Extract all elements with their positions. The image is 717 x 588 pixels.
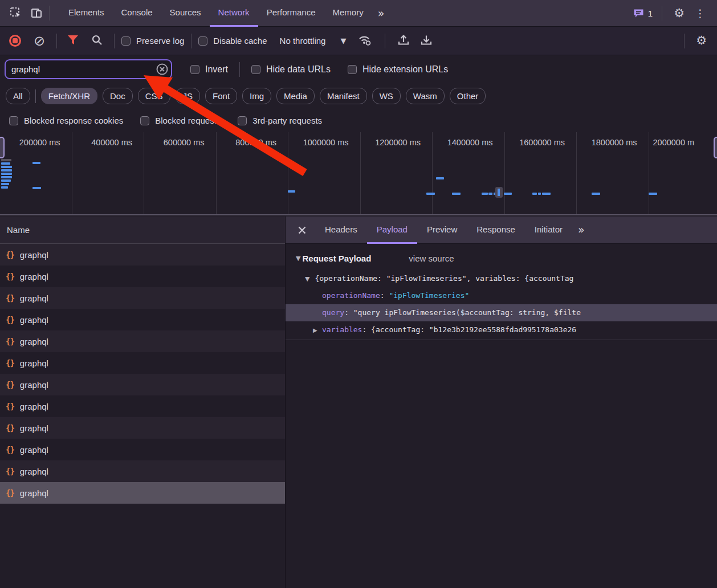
tab-elements[interactable]: Elements bbox=[60, 0, 113, 27]
filter-chip-img[interactable]: Img bbox=[242, 88, 271, 104]
request-row[interactable]: {}graphql bbox=[0, 330, 285, 352]
request-name: graphql bbox=[20, 358, 48, 368]
request-row[interactable]: {}graphql bbox=[0, 460, 285, 482]
inspect-element-icon[interactable] bbox=[9, 6, 23, 20]
clear-filter-icon[interactable] bbox=[156, 63, 168, 77]
request-row[interactable]: {}graphql bbox=[0, 266, 285, 287]
detail-tab-response[interactable]: Response bbox=[467, 217, 525, 244]
close-details-icon[interactable] bbox=[294, 226, 311, 234]
network-settings-gear-icon[interactable]: ⚙ bbox=[691, 35, 711, 47]
request-row[interactable]: {}graphql bbox=[0, 309, 285, 330]
timeline-tick: 1400000 ms bbox=[433, 132, 505, 214]
disable-cache-checkbox[interactable] bbox=[198, 36, 207, 46]
disable-cache-checkbox-group[interactable]: Disable cache bbox=[198, 36, 267, 46]
request-row[interactable]: {}graphql bbox=[0, 244, 285, 266]
import-har-icon[interactable] bbox=[397, 34, 410, 48]
expand-triangle-icon[interactable]: ▶ bbox=[313, 322, 322, 338]
payload-entry-operationname[interactable]: operationName: "ipFlowTimeseries" bbox=[286, 287, 717, 304]
preserve-log-checkbox[interactable] bbox=[121, 36, 131, 46]
3rd-party-requests-checkbox[interactable] bbox=[238, 116, 247, 125]
tab-sources[interactable]: Sources bbox=[161, 0, 210, 27]
network-conditions-icon[interactable] bbox=[357, 34, 372, 47]
detail-tab-headers[interactable]: Headers bbox=[315, 217, 367, 244]
details-tab-bar: HeadersPayloadPreviewResponseInitiator » bbox=[286, 217, 717, 244]
payload-key: variables bbox=[322, 325, 362, 334]
3rd-party-requests-checkbox-group[interactable]: 3rd-party requests bbox=[238, 116, 322, 125]
request-row[interactable]: {}graphql bbox=[0, 395, 285, 417]
filter-chip-wasm[interactable]: Wasm bbox=[406, 88, 445, 104]
overview-right-handle[interactable] bbox=[714, 137, 717, 158]
more-details-tabs-icon[interactable]: » bbox=[572, 217, 590, 243]
request-type-filters: AllFetch/XHRDocCSSJSFontImgMediaManifest… bbox=[0, 83, 717, 109]
filter-chip-other[interactable]: Other bbox=[450, 88, 486, 104]
hide-data-urls-label: Hide data URLs bbox=[266, 64, 331, 75]
invert-checkbox-group[interactable]: Invert bbox=[190, 64, 228, 75]
payload-entry-query[interactable]: query: "query ipFlowTimeseries($accountT… bbox=[286, 304, 717, 321]
tab-performance[interactable]: Performance bbox=[258, 0, 324, 27]
tab-memory[interactable]: Memory bbox=[324, 0, 372, 27]
waterfall-bar bbox=[1, 166, 12, 168]
payload-entry-variables[interactable]: ▶variables: {accountTag: "b12e3b2192ee55… bbox=[286, 321, 717, 338]
blocked-response-cookies-checkbox-group[interactable]: Blocked response cookies bbox=[9, 116, 123, 125]
waterfall-bar bbox=[1, 173, 12, 175]
search-icon[interactable] bbox=[91, 34, 103, 47]
hide-data-urls-checkbox-group[interactable]: Hide data URLs bbox=[251, 64, 331, 75]
detail-tab-initiator[interactable]: Initiator bbox=[525, 217, 572, 244]
hide-extension-urls-checkbox[interactable] bbox=[348, 65, 357, 74]
filter-chip-font[interactable]: Font bbox=[205, 88, 237, 104]
invert-checkbox[interactable] bbox=[190, 65, 199, 74]
device-toolbar-icon[interactable] bbox=[30, 6, 43, 20]
waterfall-bar bbox=[1, 169, 12, 172]
filter-chip-manifest[interactable]: Manifest bbox=[320, 88, 367, 104]
filter-chip-css[interactable]: CSS bbox=[138, 88, 170, 104]
filter-chip-js[interactable]: JS bbox=[176, 88, 201, 104]
hide-extension-urls-checkbox-group[interactable]: Hide extension URLs bbox=[348, 64, 448, 75]
view-source-link[interactable]: view source bbox=[409, 254, 454, 263]
blocked-requests-checkbox-group[interactable]: Blocked requests bbox=[140, 116, 221, 125]
payload-value: "query ipFlowTimeseries($accountTag: str… bbox=[353, 308, 581, 317]
request-row[interactable]: {}graphql bbox=[0, 482, 285, 504]
blocked-requests-checkbox[interactable] bbox=[140, 116, 149, 125]
request-row[interactable]: {}graphql bbox=[0, 374, 285, 395]
filter-chip-all[interactable]: All bbox=[6, 88, 30, 104]
waterfall-bar bbox=[1, 176, 12, 178]
request-name: graphql bbox=[20, 467, 48, 476]
tab-network[interactable]: Network bbox=[210, 0, 258, 27]
network-overview-timeline[interactable]: 200000 ms400000 ms600000 ms800000 ms1000… bbox=[0, 132, 717, 215]
request-row[interactable]: {}graphql bbox=[0, 439, 285, 460]
payload-summary-row[interactable]: ▼{operationName: "ipFlowTimeseries", var… bbox=[286, 270, 717, 287]
filter-chip-ws[interactable]: WS bbox=[372, 88, 401, 104]
kebab-menu-icon[interactable]: ⋮ bbox=[689, 7, 711, 19]
throttling-select[interactable]: No throttling ▼ bbox=[280, 36, 347, 46]
more-panels-icon[interactable]: » bbox=[372, 0, 390, 27]
request-name: graphql bbox=[20, 293, 48, 303]
preserve-log-checkbox-group[interactable]: Preserve log bbox=[121, 36, 184, 46]
settings-gear-icon[interactable]: ⚙ bbox=[669, 7, 689, 19]
request-payload-header[interactable]: ▼ Request Payload view source bbox=[296, 254, 717, 263]
tab-console[interactable]: Console bbox=[113, 0, 161, 27]
preserve-log-label: Preserve log bbox=[136, 36, 184, 46]
name-column-header[interactable]: Name bbox=[0, 217, 285, 244]
record-button[interactable] bbox=[9, 35, 21, 47]
blocked-response-cookies-checkbox[interactable] bbox=[9, 116, 18, 125]
filter-chip-media[interactable]: Media bbox=[276, 88, 315, 104]
panel-tabs: ElementsConsoleSourcesNetworkPerformance… bbox=[60, 0, 372, 26]
clear-network-log-icon[interactable]: ⊘ bbox=[34, 34, 45, 48]
disable-cache-label: Disable cache bbox=[213, 36, 267, 46]
request-row[interactable]: {}graphql bbox=[0, 417, 285, 439]
issues-indicator[interactable]: 1 bbox=[633, 9, 653, 18]
request-row[interactable]: {}graphql bbox=[0, 352, 285, 374]
filter-chip-fetch-xhr[interactable]: Fetch/XHR bbox=[41, 88, 97, 104]
request-row[interactable]: {}graphql bbox=[0, 287, 285, 309]
request-name: graphql bbox=[20, 272, 48, 281]
filter-input[interactable] bbox=[5, 59, 172, 79]
export-har-icon[interactable] bbox=[420, 34, 433, 48]
overview-left-handle[interactable] bbox=[0, 137, 5, 158]
filter-icon[interactable] bbox=[67, 35, 79, 47]
detail-tab-payload[interactable]: Payload bbox=[367, 217, 417, 244]
topbar-right: 1 ⚙ ⋮ bbox=[633, 6, 717, 21]
filter-chip-doc[interactable]: Doc bbox=[103, 88, 133, 104]
request-rows: {}graphql{}graphql{}graphql{}graphql{}gr… bbox=[0, 244, 285, 504]
hide-data-urls-checkbox[interactable] bbox=[251, 65, 260, 74]
detail-tab-preview[interactable]: Preview bbox=[417, 217, 467, 244]
